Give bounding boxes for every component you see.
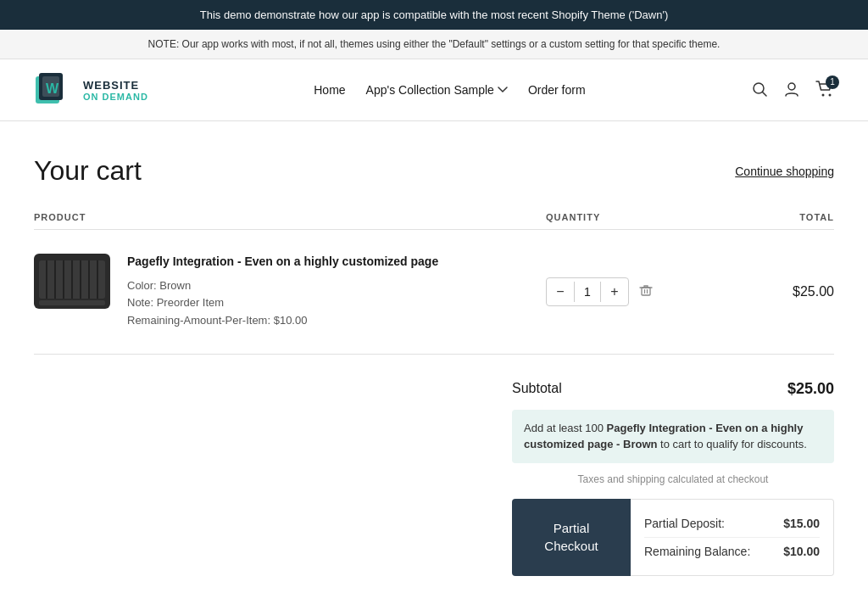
product-remaining: Remaining-Amount-Per-Item: $10.00 (127, 312, 438, 330)
svg-point-8 (828, 93, 831, 96)
cart-item-row: Pagefly Integration - Even on a highly c… (34, 230, 834, 355)
trash-icon (639, 283, 653, 297)
quantity-decrease-button[interactable]: − (547, 278, 574, 305)
tax-note: Taxes and shipping calculated at checkou… (512, 473, 834, 485)
account-icon[interactable] (783, 81, 800, 100)
main-content: Your cart Continue shopping PRODUCT QUAN… (0, 121, 868, 604)
cart-summary: Subtotal $25.00 Add at least 100 Pagefly… (34, 380, 834, 576)
cart-badge: 1 (826, 76, 839, 89)
discount-box: Add at least 100 Pagefly Integration - E… (512, 410, 834, 463)
subtotal-row: Subtotal $25.00 (512, 380, 834, 398)
logo-text: WEBSITE ON DEMAND (83, 79, 148, 102)
col-product: PRODUCT (34, 212, 546, 222)
product-cell: Pagefly Integration - Even on a highly c… (34, 254, 546, 330)
svg-line-5 (762, 92, 766, 96)
partial-deposit-row: Partial Deposit: $15.00 (644, 510, 820, 538)
logo-icon: W (34, 70, 75, 110)
product-name: Pagefly Integration - Even on a highly c… (127, 254, 438, 271)
price-cell: $25.00 (732, 284, 834, 299)
summary-panel: Subtotal $25.00 Add at least 100 Pagefly… (512, 380, 834, 576)
partial-checkout-button[interactable]: Partial Checkout (512, 499, 631, 576)
col-total: TOTAL (732, 212, 834, 222)
product-meta: Color: Brown Note: Preorder Item Remaini… (127, 277, 438, 330)
svg-point-6 (788, 83, 795, 90)
cart-icon[interactable]: 1 (815, 81, 834, 100)
remaining-balance-label: Remaining Balance: (644, 545, 750, 558)
quantity-increase-button[interactable]: + (601, 278, 628, 305)
cart-title: Your cart (34, 155, 142, 187)
search-icon[interactable] (751, 81, 768, 100)
partial-deposit-label: Partial Deposit: (644, 517, 725, 530)
subtotal-value: $25.00 (787, 380, 834, 398)
remaining-balance-row: Remaining Balance: $10.00 (644, 538, 820, 565)
logo[interactable]: W WEBSITE ON DEMAND (34, 70, 148, 110)
site-header: W WEBSITE ON DEMAND Home App's Collectio… (0, 59, 868, 121)
item-price: $25.00 (793, 284, 834, 299)
continue-shopping-link[interactable]: Continue shopping (735, 165, 834, 178)
product-color: Color: Brown (127, 277, 438, 295)
subtotal-label: Subtotal (512, 381, 562, 396)
partial-checkout-area: Partial Checkout Partial Deposit: $15.00… (512, 499, 834, 576)
nav-collection[interactable]: App's Collection Sample (366, 83, 508, 97)
product-note: Note: Preorder Item (127, 294, 438, 312)
col-quantity: QUANTITY (546, 212, 732, 222)
svg-text:W: W (46, 81, 59, 96)
cart-header: Your cart Continue shopping (34, 155, 834, 187)
quantity-cell: − 1 + (546, 277, 732, 306)
delete-item-button[interactable] (639, 283, 653, 299)
sub-banner: NOTE: Our app works with most, if not al… (0, 30, 868, 59)
cart-table-header: PRODUCT QUANTITY TOTAL (34, 212, 834, 230)
chevron-down-icon (498, 87, 508, 93)
nav-order-form[interactable]: Order form (528, 83, 586, 97)
top-banner: This demo demonstrate how our app is com… (0, 0, 868, 30)
svg-rect-9 (642, 288, 650, 295)
header-icons: 1 (751, 81, 834, 100)
partial-deposit-info: Partial Deposit: $15.00 Remaining Balanc… (631, 499, 834, 576)
partial-deposit-value: $15.00 (783, 517, 820, 530)
svg-point-7 (821, 93, 824, 96)
quantity-controls: − 1 + (546, 277, 629, 306)
main-nav: Home App's Collection Sample Order form (314, 83, 585, 97)
quantity-value: 1 (574, 282, 601, 302)
remaining-balance-value: $10.00 (783, 545, 820, 558)
product-image (34, 254, 110, 309)
nav-home[interactable]: Home (314, 83, 345, 97)
product-info: Pagefly Integration - Even on a highly c… (127, 254, 438, 330)
